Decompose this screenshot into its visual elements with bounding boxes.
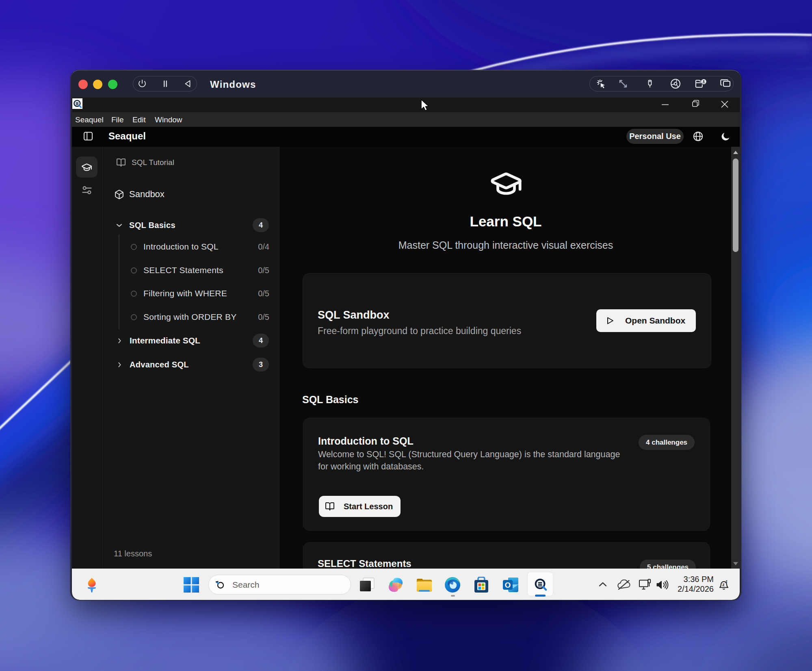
svg-text:O: O [505,581,511,589]
svg-text:z: z [725,579,728,583]
svg-text:z: z [722,582,725,587]
